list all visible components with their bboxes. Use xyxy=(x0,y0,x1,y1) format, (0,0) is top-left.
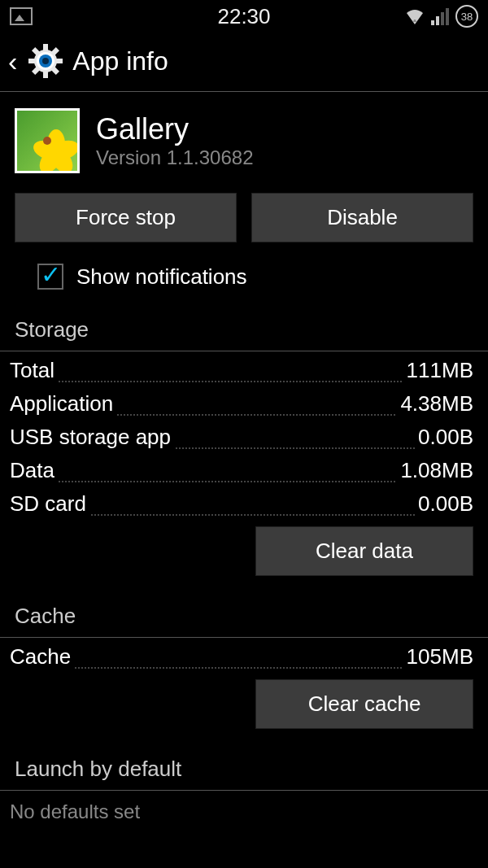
clear-cache-row: Clear cache xyxy=(0,671,488,739)
cache-value: 105MB xyxy=(403,644,473,670)
notifications-label: Show notifications xyxy=(76,264,247,290)
clear-data-row: Clear data xyxy=(0,518,488,586)
signal-icon xyxy=(431,8,449,25)
app-header-section: Gallery Version 1.1.30682 xyxy=(0,92,488,188)
storage-value: 4.38MB xyxy=(397,391,473,417)
app-icon xyxy=(15,108,80,173)
clear-cache-button[interactable]: Clear cache xyxy=(255,679,473,729)
status-left xyxy=(10,7,33,25)
storage-row-application: Application 4.38MB xyxy=(0,385,488,418)
launch-section-header: Launch by default xyxy=(0,753,488,791)
svg-rect-2 xyxy=(43,72,48,78)
storage-label: Data xyxy=(10,458,58,483)
storage-label: SD card xyxy=(10,491,89,517)
storage-row-usb: USB storage app 0.00B xyxy=(0,418,488,451)
back-icon[interactable]: ‹ xyxy=(8,47,19,75)
app-info-text: Gallery Version 1.1.30682 xyxy=(96,112,254,169)
app-version: Version 1.1.30682 xyxy=(96,146,254,169)
storage-value: 0.00B xyxy=(415,491,473,517)
force-stop-button[interactable]: Force stop xyxy=(15,193,237,242)
no-defaults-text: No defaults set xyxy=(0,791,488,823)
storage-value: 0.00B xyxy=(415,425,473,450)
picture-notification-icon xyxy=(10,7,33,25)
storage-label: Application xyxy=(10,391,116,417)
notifications-checkbox[interactable]: ✓ xyxy=(37,264,63,290)
cache-row: Cache 105MB xyxy=(0,638,488,671)
cache-section-header: Cache xyxy=(0,600,488,638)
battery-level: 38 xyxy=(461,11,473,23)
page-title: App info xyxy=(72,46,168,76)
svg-point-11 xyxy=(42,58,49,64)
cache-label: Cache xyxy=(10,644,74,670)
settings-gear-icon[interactable] xyxy=(28,44,63,78)
clear-data-button[interactable]: Clear data xyxy=(255,526,473,576)
action-button-row: Force stop Disable xyxy=(0,188,488,255)
notifications-checkbox-row[interactable]: ✓ Show notifications xyxy=(0,255,488,311)
storage-value: 1.08MB xyxy=(397,458,473,483)
storage-row-data: Data 1.08MB xyxy=(0,451,488,485)
svg-rect-4 xyxy=(56,59,63,63)
storage-section-header: Storage xyxy=(0,311,488,351)
storage-row-sdcard: SD card 0.00B xyxy=(0,485,488,518)
app-name: Gallery xyxy=(96,112,254,146)
disable-button[interactable]: Disable xyxy=(251,193,473,242)
svg-rect-1 xyxy=(43,44,48,50)
checkmark-icon: ✓ xyxy=(41,263,61,287)
storage-value: 111MB xyxy=(403,358,473,383)
status-right: 38 xyxy=(405,5,478,28)
wifi-icon xyxy=(405,8,425,24)
svg-rect-3 xyxy=(28,59,35,63)
storage-label: Total xyxy=(10,358,58,383)
battery-icon: 38 xyxy=(455,5,478,28)
storage-label: USB storage app xyxy=(10,425,174,450)
storage-row-total: Total 111MB xyxy=(0,351,488,385)
header: ‹ App info xyxy=(0,33,488,92)
status-bar: 22:30 38 xyxy=(0,0,488,33)
status-time: 22:30 xyxy=(217,4,270,29)
